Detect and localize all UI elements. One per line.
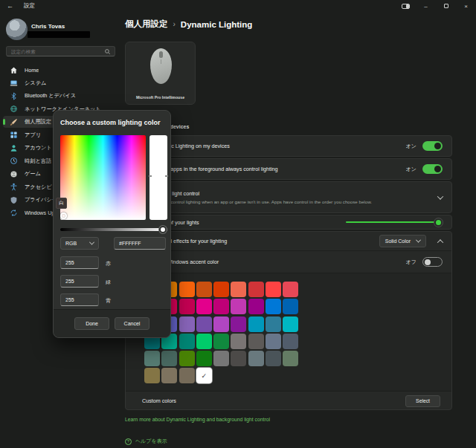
- color-swatch[interactable]: [196, 351, 212, 366]
- green-label: 緑: [106, 279, 111, 286]
- help-icon: ?: [125, 438, 132, 445]
- sidebar-item-home[interactable]: Home: [3, 64, 118, 76]
- done-button[interactable]: Done: [74, 317, 109, 330]
- color-spectrum[interactable]: [60, 135, 146, 220]
- color-swatch[interactable]: [179, 299, 195, 314]
- toggle-state-label: オン: [406, 166, 416, 173]
- app-title: 設定: [24, 2, 35, 10]
- picker-brightness-thumb[interactable]: [159, 226, 167, 233]
- color-swatch[interactable]: [231, 299, 246, 314]
- color-swatch[interactable]: [196, 299, 212, 314]
- color-swatch[interactable]: [266, 351, 281, 366]
- network-icon: [9, 105, 18, 114]
- color-swatch[interactable]: [179, 334, 195, 349]
- select-button[interactable]: Select: [405, 395, 440, 407]
- color-swatch[interactable]: [213, 316, 229, 332]
- color-swatch[interactable]: [144, 351, 160, 366]
- device-card[interactable]: Microsoft Pro Intellimouse: [125, 42, 196, 105]
- color-swatch[interactable]: [283, 351, 298, 366]
- color-swatch[interactable]: [248, 316, 264, 332]
- color-swatch[interactable]: [179, 351, 195, 366]
- value-slider[interactable]: [149, 135, 167, 220]
- color-swatch[interactable]: [213, 351, 229, 366]
- bluetooth-icon: [9, 91, 18, 100]
- row-foreground-apps: Compatible apps in the foreground always…: [125, 158, 452, 180]
- maximize-button[interactable]: [436, 0, 456, 12]
- color-swatch[interactable]: [161, 351, 177, 366]
- color-swatch[interactable]: [196, 334, 212, 349]
- sidebar-item-system[interactable]: システム: [3, 77, 118, 89]
- learn-more-link[interactable]: Learn more about Dynamic Lighting and ba…: [125, 417, 270, 422]
- color-swatch[interactable]: [248, 282, 264, 297]
- color-model-dropdown[interactable]: RGB: [60, 237, 99, 250]
- color-swatch[interactable]: [144, 368, 160, 383]
- back-icon[interactable]: ←: [7, 2, 13, 10]
- hex-input[interactable]: [114, 237, 166, 250]
- color-swatch[interactable]: [196, 282, 212, 297]
- color-swatch[interactable]: [248, 351, 264, 366]
- accent-match-toggle[interactable]: [422, 257, 443, 267]
- close-button[interactable]: ×: [456, 0, 476, 12]
- user-name: Chris Tovas: [31, 23, 65, 30]
- cancel-button[interactable]: Cancel: [115, 317, 149, 330]
- color-swatch[interactable]: [231, 282, 246, 297]
- color-swatch[interactable]: [248, 334, 264, 349]
- color-swatch[interactable]: [283, 316, 298, 332]
- breadcrumb-root[interactable]: 個人用設定: [125, 19, 168, 30]
- widget-icon: [402, 4, 410, 9]
- color-palette-area: ✓: [126, 273, 451, 391]
- color-swatch[interactable]: [283, 299, 298, 314]
- chevron-down-icon[interactable]: [437, 193, 443, 199]
- privacy-icon: [9, 195, 18, 204]
- dynamic-lighting-toggle[interactable]: [422, 141, 443, 151]
- row-custom-colors: Custom colors Select: [126, 391, 451, 410]
- color-swatch[interactable]: [196, 316, 212, 332]
- toggle-state-label: オン: [406, 143, 416, 150]
- color-swatch[interactable]: ✓: [196, 368, 212, 383]
- spectrum-selector[interactable]: [60, 212, 67, 219]
- search-input[interactable]: [7, 49, 104, 54]
- color-swatch[interactable]: [283, 282, 298, 297]
- color-swatch[interactable]: [266, 299, 281, 314]
- color-swatch[interactable]: [266, 282, 281, 297]
- color-swatch[interactable]: [161, 368, 177, 383]
- color-swatch[interactable]: [266, 334, 281, 349]
- sidebar-item-bluetooth[interactable]: Bluetooth とデバイス: [3, 90, 118, 102]
- row-background-control[interactable]: Background light control Allow apps to c…: [125, 181, 452, 213]
- red-input[interactable]: [60, 256, 99, 269]
- green-input[interactable]: [60, 275, 99, 288]
- minimize-button[interactable]: –: [416, 0, 436, 12]
- chevron-down-icon: [89, 240, 94, 245]
- personalization-icon: [9, 117, 18, 126]
- accounts-icon: [9, 143, 18, 152]
- color-swatch[interactable]: [179, 282, 195, 297]
- foreground-apps-toggle[interactable]: [422, 164, 443, 174]
- effects-dropdown[interactable]: Solid Color: [379, 235, 426, 247]
- breadcrumb-separator-icon: ›: [173, 20, 176, 28]
- color-picker-dialog: Choose a custom lighting color 白 RGB 赤 緑…: [53, 110, 171, 338]
- row-effects: Themes and effects for your lighting Sol…: [126, 232, 451, 250]
- color-swatch[interactable]: [231, 351, 246, 366]
- color-swatch[interactable]: [231, 316, 246, 332]
- dialog-footer: Done Cancel: [54, 309, 170, 337]
- color-swatch[interactable]: [213, 334, 229, 349]
- brightness-slider[interactable]: [346, 221, 441, 223]
- widget-button[interactable]: [396, 0, 416, 12]
- color-swatch[interactable]: [231, 334, 246, 349]
- color-swatch[interactable]: [179, 368, 195, 383]
- color-swatch[interactable]: [213, 299, 229, 314]
- chevron-up-icon[interactable]: [437, 239, 443, 245]
- row-accent-match: Match my Windows accent color オフ: [126, 250, 451, 273]
- help-link[interactable]: ? ヘルプを表示: [125, 438, 167, 445]
- brightness-slider-thumb[interactable]: [434, 218, 443, 227]
- avatar[interactable]: [6, 19, 28, 40]
- color-swatch[interactable]: [213, 282, 229, 297]
- color-swatch[interactable]: [179, 316, 195, 332]
- picker-brightness-slider[interactable]: [60, 228, 167, 231]
- blue-input[interactable]: [60, 293, 99, 306]
- color-swatch[interactable]: [283, 334, 298, 349]
- search-box[interactable]: [6, 46, 115, 56]
- color-swatch[interactable]: [266, 316, 281, 332]
- toggle-state-label: オフ: [406, 259, 416, 266]
- color-swatch[interactable]: [248, 299, 264, 314]
